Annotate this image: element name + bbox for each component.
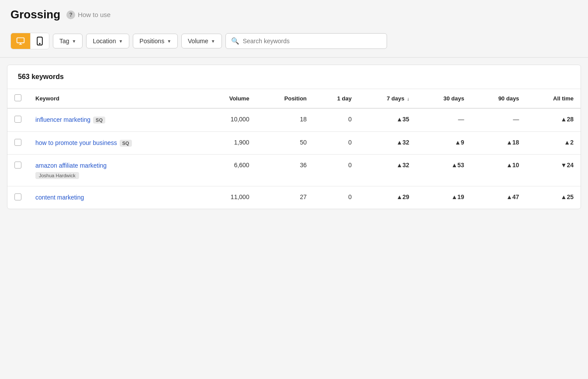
90days-cell: — <box>471 108 526 131</box>
1day-cell: 0 <box>314 155 359 186</box>
col-keyword-header: Keyword <box>28 89 203 108</box>
keyword-link[interactable]: influencer marketing <box>35 116 90 123</box>
mobile-btn[interactable] <box>31 33 49 49</box>
1day-cell: 0 <box>314 108 359 131</box>
position-cell: 36 <box>256 155 314 186</box>
tag-badge: SQ <box>120 140 132 147</box>
toolbar: Tag ▼ Location ▼ Positions ▼ Volume ▼ 🔍 <box>0 28 588 58</box>
position-cell: 27 <box>256 186 314 209</box>
sort-arrow-7days: ↓ <box>407 96 409 101</box>
position-cell: 18 <box>256 108 314 131</box>
row-checkbox-0[interactable] <box>14 116 21 123</box>
mobile-icon <box>36 37 44 45</box>
col-checkbox <box>7 89 28 108</box>
row-checkbox-cell <box>7 131 28 155</box>
col-position-header[interactable]: Position <box>256 89 314 108</box>
keyword-cell: how to promote your businessSQ <box>28 131 203 155</box>
row-checkbox-cell <box>7 155 28 186</box>
alltime-cell: ▲28 <box>526 108 581 131</box>
location-label: Location <box>93 38 116 45</box>
col-1day-header[interactable]: 1 day <box>314 89 359 108</box>
table-row: influencer marketingSQ10,000180▲35——▲28 <box>7 108 581 131</box>
table-container: Keyword Volume Position 1 day 7 days ↓ 3… <box>7 89 581 209</box>
header-checkbox[interactable] <box>14 94 21 101</box>
volume-chevron: ▼ <box>211 39 215 44</box>
keyword-cell: content marketing <box>28 186 203 209</box>
7days-cell: ▲35 <box>359 108 416 131</box>
search-icon: 🔍 <box>231 37 239 45</box>
30days-cell: ▲9 <box>416 131 471 155</box>
positions-label: Positions <box>139 38 164 45</box>
desktop-icon <box>16 37 25 45</box>
volume-cell: 11,000 <box>203 186 256 209</box>
keyword-link[interactable]: how to promote your business <box>35 139 117 146</box>
row-checkbox-3[interactable] <box>14 193 21 200</box>
table-row: how to promote your businessSQ1,900500▲3… <box>7 131 581 155</box>
7days-cell: ▲29 <box>359 186 416 209</box>
positions-dropdown[interactable]: Positions ▼ <box>133 34 178 48</box>
svg-rect-0 <box>17 38 24 43</box>
table-header-row: Keyword Volume Position 1 day 7 days ↓ 3… <box>7 89 581 108</box>
volume-cell: 6,600 <box>203 155 256 186</box>
row-checkbox-cell <box>7 108 28 131</box>
7days-cell: ▲32 <box>359 155 416 186</box>
volume-cell: 1,900 <box>203 131 256 155</box>
col-30days-header[interactable]: 30 days <box>416 89 471 108</box>
col-90days-header[interactable]: 90 days <box>471 89 526 108</box>
keyword-link[interactable]: content marketing <box>35 194 84 201</box>
tag-label: Tag <box>59 38 69 45</box>
positions-chevron: ▼ <box>167 39 171 44</box>
volume-cell: 10,000 <box>203 108 256 131</box>
1day-cell: 0 <box>314 131 359 155</box>
volume-label: Volume <box>188 38 208 45</box>
search-input[interactable] <box>243 38 381 45</box>
row-checkbox-1[interactable] <box>14 139 21 146</box>
location-dropdown[interactable]: Location ▼ <box>86 34 129 48</box>
alltime-cell: ▲25 <box>526 186 581 209</box>
alltime-cell: ▼24 <box>526 155 581 186</box>
90days-cell: ▲47 <box>471 186 526 209</box>
30days-cell: ▲53 <box>416 155 471 186</box>
row-checkbox-cell <box>7 186 28 209</box>
help-icon: ? <box>66 10 75 19</box>
volume-dropdown[interactable]: Volume ▼ <box>181 34 222 48</box>
keyword-link[interactable]: amazon affiliate marketing <box>35 162 107 169</box>
location-chevron: ▼ <box>118 39 123 44</box>
7days-cell: ▲32 <box>359 131 416 155</box>
tag-dropdown[interactable]: Tag ▼ <box>53 34 83 48</box>
30days-cell: — <box>416 108 471 131</box>
svg-point-4 <box>39 43 40 44</box>
alltime-cell: ▲2 <box>526 131 581 155</box>
tag-chevron: ▼ <box>72 39 76 44</box>
90days-cell: ▲18 <box>471 131 526 155</box>
keywords-count: 563 keywords <box>7 65 581 89</box>
desktop-btn[interactable] <box>11 33 31 49</box>
table-row: content marketing11,000270▲29▲19▲47▲25 <box>7 186 581 209</box>
30days-cell: ▲19 <box>416 186 471 209</box>
keyword-cell: influencer marketingSQ <box>28 108 203 131</box>
device-toggle <box>10 33 49 49</box>
col-volume-header[interactable]: Volume <box>203 89 256 108</box>
tag-badge: SQ <box>93 117 105 124</box>
col-7days-header[interactable]: 7 days ↓ <box>359 89 416 108</box>
search-box: 🔍 <box>225 33 387 49</box>
keyword-cell: amazon affiliate marketingJoshua Hardwic… <box>28 155 203 186</box>
90days-cell: ▲10 <box>471 155 526 186</box>
how-to-use-label: How to use <box>78 11 111 18</box>
position-cell: 50 <box>256 131 314 155</box>
row-checkbox-2[interactable] <box>14 162 21 169</box>
1day-cell: 0 <box>314 186 359 209</box>
main-content: 563 keywords Keyword Volume Position 1 d… <box>7 65 581 209</box>
keywords-table: Keyword Volume Position 1 day 7 days ↓ 3… <box>7 89 581 209</box>
header: Grossing ? How to use <box>0 0 588 28</box>
table-row: amazon affiliate marketingJoshua Hardwic… <box>7 155 581 186</box>
how-to-use-link[interactable]: ? How to use <box>66 10 111 19</box>
author-badge: Joshua Hardwick <box>35 172 79 179</box>
page-title: Grossing <box>10 8 60 21</box>
col-alltime-header[interactable]: All time <box>526 89 581 108</box>
